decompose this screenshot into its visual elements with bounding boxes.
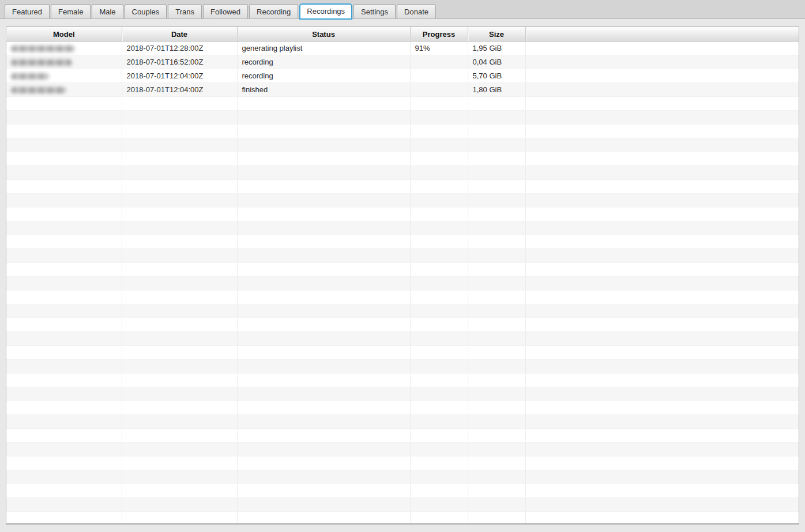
cell-size: 1,80 GiB [468, 83, 525, 97]
empty-cell [6, 470, 122, 484]
empty-cell [525, 387, 799, 401]
empty-cell [525, 235, 799, 249]
empty-cell [410, 263, 468, 277]
tab-featured[interactable]: Featured [5, 4, 50, 19]
tab-bar: FeaturedFemaleMaleCouplesTransFollowedRe… [0, 0, 805, 19]
empty-cell [468, 152, 525, 166]
empty-row [6, 443, 799, 456]
tab-followed[interactable]: Followed [203, 4, 248, 19]
empty-cell [468, 166, 525, 180]
empty-cell [525, 304, 799, 318]
empty-cell [6, 124, 122, 138]
empty-cell [6, 152, 122, 166]
empty-row [6, 97, 799, 111]
tab-couples[interactable]: Couples [125, 4, 167, 19]
empty-row [6, 263, 799, 277]
empty-cell [525, 263, 799, 277]
cell-date: 2018-07-01T12:04:00Z [122, 83, 237, 97]
recording-row[interactable]: 2018-07-01T12:28:00Zgenerating playlist9… [6, 41, 799, 55]
empty-cell [6, 180, 122, 194]
empty-cell [468, 194, 525, 207]
empty-cell [525, 221, 799, 235]
empty-cell [468, 429, 525, 443]
empty-cell [122, 290, 237, 304]
empty-cell [525, 277, 799, 290]
empty-cell [237, 249, 410, 263]
empty-cell [6, 484, 122, 498]
recording-row[interactable]: 2018-07-01T16:52:00Zrecording0,04 GiB [6, 55, 799, 69]
tab-recordings[interactable]: Recordings [299, 3, 352, 20]
empty-cell [237, 443, 410, 456]
cell-filler [525, 69, 799, 83]
recording-row[interactable]: 2018-07-01T12:04:00Zrecording5,70 GiB [6, 69, 799, 83]
tab-female[interactable]: Female [51, 4, 91, 19]
empty-cell [6, 304, 122, 318]
empty-cell [468, 456, 525, 470]
empty-cell [410, 456, 468, 470]
empty-cell [237, 221, 410, 235]
empty-cell [410, 415, 468, 429]
empty-cell [468, 97, 525, 111]
tab-donate[interactable]: Donate [397, 4, 436, 19]
empty-cell [6, 235, 122, 249]
tab-strip: FeaturedFemaleMaleCouplesTransFollowedRe… [5, 3, 437, 19]
empty-cell [122, 166, 237, 180]
empty-cell [122, 332, 237, 346]
empty-cell [410, 235, 468, 249]
empty-cell [525, 124, 799, 138]
empty-cell [525, 249, 799, 263]
tab-settings[interactable]: Settings [353, 4, 396, 19]
empty-cell [410, 180, 468, 194]
empty-cell [468, 498, 525, 512]
empty-cell [237, 124, 410, 138]
empty-row [6, 194, 799, 207]
empty-cell [410, 304, 468, 318]
empty-cell [468, 249, 525, 263]
empty-cell [237, 346, 410, 360]
empty-cell [468, 360, 525, 373]
empty-cell [410, 346, 468, 360]
empty-cell [6, 249, 122, 263]
cell-size: 1,95 GiB [468, 41, 525, 55]
empty-cell [122, 470, 237, 484]
empty-cell [237, 373, 410, 387]
empty-cell [468, 387, 525, 401]
empty-cell [525, 484, 799, 498]
empty-cell [6, 166, 122, 180]
recording-row[interactable]: 2018-07-01T12:04:00Zfinished1,80 GiB [6, 83, 799, 97]
cell-model [6, 69, 122, 83]
empty-cell [6, 207, 122, 221]
empty-cell [237, 401, 410, 415]
empty-cell [122, 263, 237, 277]
tab-trans[interactable]: Trans [168, 4, 202, 19]
column-header-status[interactable]: Status [237, 27, 410, 41]
column-header-model[interactable]: Model [6, 27, 122, 41]
empty-cell [468, 346, 525, 360]
column-header-filler [525, 27, 799, 41]
column-header-progress[interactable]: Progress [410, 27, 468, 41]
empty-cell [122, 484, 237, 498]
empty-cell [525, 360, 799, 373]
cell-size: 5,70 GiB [468, 69, 525, 83]
empty-cell [237, 512, 410, 525]
tab-recording[interactable]: Recording [249, 4, 298, 19]
empty-cell [410, 318, 468, 332]
empty-cell [410, 194, 468, 207]
empty-row [6, 138, 799, 152]
empty-cell [122, 429, 237, 443]
tab-male[interactable]: Male [92, 4, 123, 19]
column-header-date[interactable]: Date [122, 27, 237, 41]
empty-row [6, 373, 799, 387]
empty-cell [237, 360, 410, 373]
empty-cell [6, 221, 122, 235]
column-header-size[interactable]: Size [468, 27, 525, 41]
empty-cell [122, 235, 237, 249]
cell-model [6, 41, 122, 55]
empty-row [6, 221, 799, 235]
empty-cell [410, 498, 468, 512]
empty-cell [122, 401, 237, 415]
empty-row [6, 318, 799, 332]
empty-cell [468, 138, 525, 152]
empty-cell [6, 387, 122, 401]
empty-cell [410, 360, 468, 373]
